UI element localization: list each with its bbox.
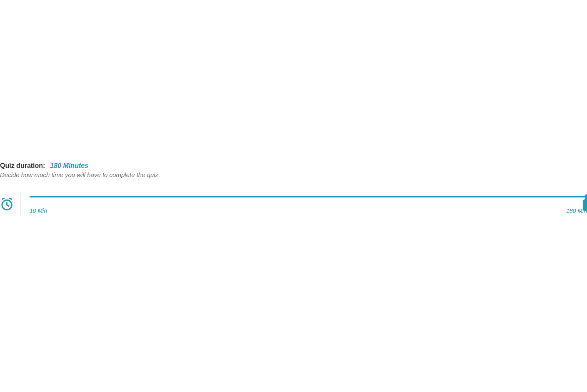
slider-min-label: 10 Min xyxy=(30,207,47,214)
slider-labels: 10 Min 180 Min xyxy=(30,207,587,214)
duration-label-row: Quiz duration: 180 Minutes xyxy=(0,162,587,170)
svg-line-1 xyxy=(2,198,4,199)
duration-description: Decide how much time you will have to co… xyxy=(0,171,587,178)
duration-slider-row: 10 Min 180 Min xyxy=(0,192,587,216)
slider-thumb[interactable] xyxy=(585,194,587,199)
slider-thumb-indicator xyxy=(583,199,587,211)
duration-slider[interactable]: 10 Min 180 Min xyxy=(30,192,587,214)
duration-value: 180 Minutes xyxy=(50,162,88,170)
quiz-duration-section: Quiz duration: 180 Minutes Decide how mu… xyxy=(0,162,587,216)
clock-icon-wrapper xyxy=(0,192,21,216)
duration-label: Quiz duration: xyxy=(0,162,45,170)
svg-line-2 xyxy=(10,198,11,199)
clock-icon xyxy=(0,197,14,211)
slider-track xyxy=(30,196,587,197)
